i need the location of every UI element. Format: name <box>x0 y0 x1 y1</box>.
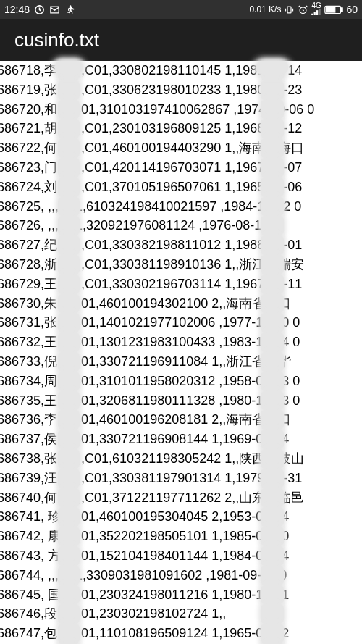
row-text: 686745, 国,,,C01,230324198011216 1,1980-1… <box>0 585 289 605</box>
redaction-blur <box>58 391 80 411</box>
redaction-blur <box>58 119 80 138</box>
mail-icon <box>49 4 60 15</box>
redaction-blur <box>261 410 284 430</box>
table-row: 686719,张 彪,,,C01,330623198010233 1,1980-… <box>0 80 362 100</box>
redaction-blur <box>58 430 80 449</box>
redaction-blur <box>58 255 80 275</box>
table-row: 686723,门 是,,,C01,420114196703071 1,1967-… <box>0 158 362 177</box>
redaction-blur <box>58 488 80 508</box>
row-text: 686744, ,,,C01,3309031981091602 ,1981-09… <box>0 566 287 585</box>
walk-icon <box>64 4 75 15</box>
row-text: 686733,倪 ,,,C01,330721196911084 1,,浙江省金华 <box>0 352 291 372</box>
row-text: 686739,汪 云,,,C01,330381197901314 1,1979-… <box>0 469 302 488</box>
table-row: 686734,周 ,,,C01,3101011958020312 ,1958-0… <box>0 372 362 391</box>
row-text: 686729,王 斤,,,C01,330302196703114 1,1967-… <box>0 275 302 294</box>
file-title: cusinfo.txt <box>14 29 99 51</box>
row-text: 686727,纪 边,,,C01,330382198811012 1,1988-… <box>0 235 302 255</box>
title-bar: cusinfo.txt <box>0 19 362 61</box>
svg-rect-2 <box>287 7 291 13</box>
table-row: 686741, 珍,,,C01,460100195304045 2,1953-0… <box>0 507 362 527</box>
svg-rect-10 <box>327 7 335 12</box>
net-speed: 0.01 K/s <box>249 4 281 14</box>
redaction-blur <box>261 624 284 643</box>
row-text: 686721,胡 水,,,C01,230103196809125 1,1968-… <box>0 119 302 138</box>
svg-rect-6 <box>316 10 318 15</box>
row-text: 686738,张 宇,,,C01,610321198305242 1,,陕西省岐… <box>0 449 304 469</box>
table-row: 686730,朱 ,,,C01,460100194302100 2,,海南省海口 <box>0 294 362 314</box>
redaction-blur <box>261 585 284 605</box>
table-row: 686722,何 总,,,C01,460100194403290 1,,海南省海… <box>0 138 362 158</box>
row-text: 686724,刘 凤,,,C01,370105196507061 1,1965-… <box>0 177 302 197</box>
redaction-blur <box>58 80 80 100</box>
redaction-blur <box>261 430 284 449</box>
table-row: 686740,何 夏,,,C01,371221197711262 2,,山东省临… <box>0 488 362 508</box>
row-text: 686740,何 夏,,,C01,371221197711262 2,,山东省临… <box>0 488 304 508</box>
row-text: 686746,段 ,,,C01,230302198102724 1,, <box>0 604 226 624</box>
table-row: 686735,王 ,,,C01,3206811980111328 ,1980-1… <box>0 391 362 411</box>
redaction-blur <box>58 275 80 294</box>
redaction-blur <box>261 80 284 100</box>
redaction-blur <box>58 527 80 546</box>
redaction-blur <box>58 449 80 469</box>
alarm-icon <box>298 4 308 15</box>
redaction-blur <box>58 313 80 333</box>
redaction-blur <box>58 294 80 314</box>
svg-rect-7 <box>319 9 321 15</box>
redaction-blur <box>261 158 284 177</box>
redaction-blur <box>58 197 80 217</box>
table-row: 686728,浙 霞,,,C01,330381198910136 1,,浙江省瑞… <box>0 255 362 275</box>
redaction-blur <box>58 158 80 177</box>
redaction-blur <box>261 197 284 217</box>
redaction-blur <box>58 235 80 255</box>
redaction-blur <box>261 216 284 235</box>
clock-icon <box>34 4 45 15</box>
redaction-blur <box>261 235 284 255</box>
table-row: 686742, 康,,,C01,352202198505101 1,1985-0… <box>0 527 362 546</box>
row-text: 686747,包 ,,,C01,110108196509124 1,1965-0… <box>0 624 289 643</box>
redaction-blur <box>256 61 288 74</box>
svg-rect-4 <box>312 14 313 15</box>
redaction-blur <box>58 566 80 585</box>
table-row: 686729,王 斤,,,C01,330302196703114 1,1967-… <box>0 275 362 294</box>
row-text: 686736,李 ,,,C01,460100196208181 2,,海南省海口 <box>0 410 291 430</box>
table-row: 686738,张 宇,,,C01,610321198305242 1,,陕西省岐… <box>0 449 362 469</box>
redaction-blur <box>58 372 80 391</box>
redaction-blur <box>58 546 80 566</box>
redaction-blur <box>261 352 284 372</box>
redaction-blur <box>261 449 284 469</box>
redaction-blur <box>58 585 80 605</box>
row-text: 686743, 方,,,C01,152104198401144 1,1984-0… <box>0 546 289 566</box>
redaction-blur <box>261 255 284 275</box>
row-text: 686726, ,,,C01,320921976081124 ,1976-08-… <box>0 216 279 235</box>
battery-pct: 60 <box>346 4 358 15</box>
redaction-blur <box>55 61 83 74</box>
redaction-blur <box>261 100 284 120</box>
table-row: 686720,和 ,,,C01,310103197410062867 ,1974… <box>0 100 362 120</box>
table-row: 686725, ,,,C01,610324198410021597 ,1984-… <box>0 197 362 217</box>
redaction-blur <box>261 138 284 158</box>
net-type: 4G <box>311 2 321 17</box>
status-left: 12:48 <box>4 4 75 15</box>
redaction-blur <box>261 527 284 546</box>
redaction-blur <box>261 507 284 527</box>
table-row: 686746,段 ,,,C01,230302198102724 1,, <box>0 604 362 624</box>
redaction-blur <box>58 469 80 488</box>
row-text: 686722,何 总,,,C01,460100194403290 1,,海南省海… <box>0 138 304 158</box>
redaction-blur <box>58 333 80 352</box>
table-row: 686737,侯 ,,,C01,330721196908144 1,1969-0… <box>0 430 362 449</box>
redaction-blur <box>261 177 284 197</box>
table-row: 686733,倪 ,,,C01,330721196911084 1,,浙江省金华 <box>0 352 362 372</box>
row-text: 686728,浙 霞,,,C01,330381198910136 1,,浙江省瑞… <box>0 255 304 275</box>
table-row: 686747,包 ,,,C01,110108196509124 1,1965-0… <box>0 624 362 643</box>
table-row: 686743, 方,,,C01,152104198401144 1,1984-0… <box>0 546 362 566</box>
file-content[interactable]: 686718,李 日,,,C01,330802198110145 1,1981-… <box>0 61 362 644</box>
redaction-blur <box>58 100 80 120</box>
redaction-blur <box>58 177 80 197</box>
row-text: 686741, 珍,,,C01,460100195304045 2,1953-0… <box>0 507 289 527</box>
table-row: 686724,刘 凤,,,C01,370105196507061 1,1965-… <box>0 177 362 197</box>
svg-rect-9 <box>342 7 343 11</box>
row-text: 686719,张 彪,,,C01,330623198010233 1,1980-… <box>0 80 302 100</box>
redaction-blur <box>261 391 284 411</box>
redaction-blur <box>261 488 284 508</box>
status-bar: 12:48 0.01 K/s 4G 60 <box>0 0 362 19</box>
